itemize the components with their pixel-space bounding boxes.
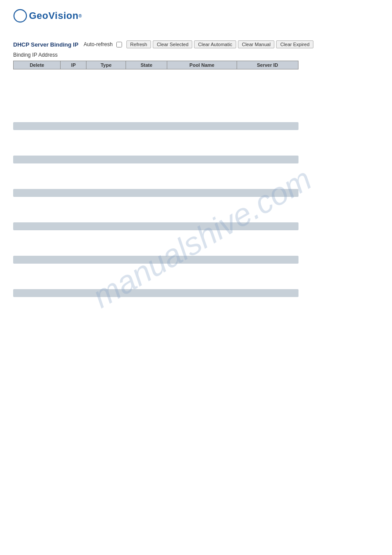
binding-ip-table: Delete IP Type State Pool Name Server ID <box>13 61 298 69</box>
logo-container: GeoVision® <box>13 9 82 23</box>
binding-ip-address-label: Binding IP Address <box>13 52 379 58</box>
geovision-logo-icon <box>13 9 27 23</box>
col-pool-name: Pool Name <box>167 61 237 69</box>
deco-bar-2 <box>13 156 298 163</box>
deco-bar-5 <box>13 256 298 264</box>
deco-bars-container <box>13 122 379 297</box>
clear-automatic-button[interactable]: Clear Automatic <box>194 40 236 48</box>
col-ip: IP <box>61 61 86 69</box>
brand-name: GeoVision <box>29 10 79 22</box>
page-title: DHCP Server Binding IP <box>13 41 79 48</box>
table-header-row: Delete IP Type State Pool Name Server ID <box>14 61 298 69</box>
deco-bar-6 <box>13 289 298 297</box>
deco-bar-4 <box>13 222 298 230</box>
col-delete: Delete <box>14 61 61 69</box>
refresh-button[interactable]: Refresh <box>126 40 151 48</box>
auto-refresh-checkbox[interactable] <box>116 42 122 47</box>
svg-point-0 <box>14 10 26 22</box>
clear-manual-button[interactable]: Clear Manual <box>238 40 274 48</box>
auto-refresh-label: Auto-refresh <box>84 41 113 47</box>
trademark: ® <box>79 14 82 18</box>
logo-area: GeoVision® <box>0 0 392 32</box>
title-bar: DHCP Server Binding IP Auto-refresh Refr… <box>13 40 379 48</box>
deco-bar-1 <box>13 122 298 130</box>
clear-expired-button[interactable]: Clear Expired <box>276 40 313 48</box>
col-state: State <box>126 61 167 69</box>
col-type: Type <box>86 61 126 69</box>
col-server-id: Server ID <box>237 61 298 69</box>
clear-selected-button[interactable]: Clear Selected <box>153 40 192 48</box>
deco-bar-3 <box>13 189 298 197</box>
main-content: DHCP Server Binding IP Auto-refresh Refr… <box>0 32 392 306</box>
